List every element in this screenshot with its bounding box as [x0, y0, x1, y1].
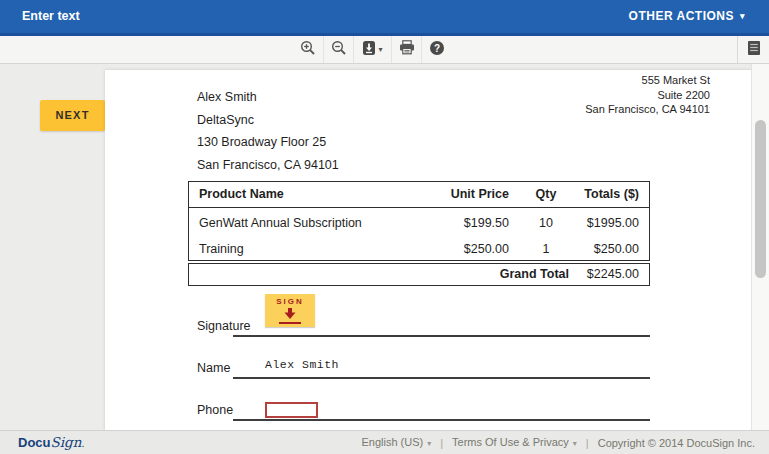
logo-period: .: [81, 437, 84, 449]
cell-unit-price: $199.50: [464, 210, 509, 236]
terms-label: Terms Of Use & Privacy: [452, 436, 569, 448]
footer-bar: DocuSign. English (US)▾ | Terms Of Use &…: [0, 430, 769, 454]
sign-arrow-down-icon: [282, 306, 298, 323]
language-selector[interactable]: English (US)▾: [361, 431, 431, 454]
recipient-name: Alex Smith: [197, 86, 339, 109]
col-header-qty: Qty: [526, 182, 566, 206]
print-icon: [399, 40, 415, 59]
svg-text:?: ?: [433, 42, 439, 53]
recipient-company: DeltaSync: [197, 109, 339, 132]
col-header-unit-price: Unit Price: [451, 182, 509, 206]
cell-unit-price: $250.00: [464, 236, 509, 262]
header-bar: Enter text OTHER ACTIONS▾: [0, 0, 769, 36]
grand-total-label: Grand Total: [500, 264, 569, 284]
name-line: [233, 377, 650, 379]
signature-line[interactable]: [233, 335, 650, 337]
cell-product: Training: [199, 236, 244, 262]
cell-qty: 10: [526, 210, 566, 236]
page-thumbnails-toggle-button[interactable]: [737, 36, 769, 63]
help-icon: ?: [429, 40, 445, 60]
language-label: English (US): [361, 436, 423, 448]
sign-here-tag[interactable]: SIGN: [265, 294, 315, 327]
phone-line: [233, 419, 650, 421]
download-button[interactable]: ▾: [353, 36, 391, 63]
table-row: Training $250.00 1 $250.00: [189, 236, 649, 262]
scrollbar-thumb[interactable]: [755, 120, 766, 278]
phone-field-input[interactable]: [265, 402, 318, 418]
sender-address-line: 555 Market St: [585, 73, 710, 88]
next-button[interactable]: NEXT: [40, 100, 105, 131]
download-options-caret-icon: ▾: [378, 45, 382, 54]
invoice-table-body: GenWatt Annual Subscription $199.50 10 $…: [188, 207, 650, 261]
sign-tag-label: SIGN: [265, 294, 315, 306]
footer-separator: |: [440, 432, 443, 454]
other-actions-button[interactable]: OTHER ACTIONS▾: [629, 0, 745, 33]
recipient-city: San Francisco, CA 94101: [197, 154, 339, 177]
grand-total-value: $2245.00: [587, 264, 639, 284]
logo-sign-text: Sign: [51, 434, 82, 450]
sender-address-block: 555 Market St Suite 2200 San Francisco, …: [585, 73, 710, 117]
chevron-down-icon: ▾: [573, 439, 577, 448]
col-header-totals: Totals ($): [584, 182, 639, 206]
toolbar-button-group: ▾ ?: [293, 36, 451, 63]
docusign-signing-window: Enter text OTHER ACTIONS▾ ▾: [0, 0, 769, 454]
name-label: Name: [197, 361, 230, 375]
footer-links: English (US)▾ | Terms Of Use & Privacy▾ …: [361, 431, 755, 454]
zoom-in-button[interactable]: [293, 36, 323, 63]
print-button[interactable]: [391, 36, 421, 63]
cell-total: $1995.00: [587, 210, 639, 236]
zoom-out-icon: [331, 40, 347, 60]
recipient-street: 130 Broadway Floor 25: [197, 131, 339, 154]
other-actions-label: OTHER ACTIONS: [629, 9, 734, 23]
docusign-logo[interactable]: DocuSign.: [18, 431, 84, 454]
signature-label: Signature: [197, 319, 251, 333]
page-thumbnails-icon: [747, 40, 761, 60]
sign-tag-underline: [279, 322, 301, 324]
name-field-value[interactable]: Alex Smith: [265, 358, 339, 371]
table-row: GenWatt Annual Subscription $199.50 10 $…: [189, 210, 649, 236]
col-header-product: Product Name: [199, 182, 284, 206]
sender-address-line: San Francisco, CA 94101: [585, 102, 710, 117]
download-icon: [362, 40, 376, 60]
instruction-text: Enter text: [22, 0, 80, 33]
cell-total: $250.00: [594, 236, 639, 262]
logo-docu-text: Docu: [18, 435, 51, 450]
vertical-scrollbar[interactable]: [751, 64, 769, 430]
chevron-down-icon: ▾: [740, 11, 745, 21]
footer-separator: |: [586, 432, 589, 454]
invoice-table-header-row: Product Name Unit Price Qty Totals ($): [188, 181, 650, 208]
zoom-in-icon: [300, 40, 316, 60]
chevron-down-icon: ▾: [427, 439, 431, 448]
zoom-out-button[interactable]: [323, 36, 353, 63]
copyright-text: Copyright © 2014 DocuSign Inc.: [598, 432, 755, 454]
sender-address-line: Suite 2200: [585, 88, 710, 103]
cell-product: GenWatt Annual Subscription: [199, 210, 362, 236]
help-button[interactable]: ?: [421, 36, 451, 63]
invoice-table: Product Name Unit Price Qty Totals ($) G…: [188, 181, 650, 286]
document-page: 555 Market St Suite 2200 San Francisco, …: [105, 70, 751, 430]
terms-privacy-link[interactable]: Terms Of Use & Privacy▾: [452, 431, 577, 454]
cell-qty: 1: [526, 236, 566, 262]
document-toolbar: ▾ ?: [0, 36, 769, 64]
phone-label: Phone: [197, 403, 233, 417]
recipient-address-block: Alex Smith DeltaSync 130 Broadway Floor …: [197, 86, 339, 176]
grand-total-row: Grand Total $2245.00: [188, 263, 650, 286]
